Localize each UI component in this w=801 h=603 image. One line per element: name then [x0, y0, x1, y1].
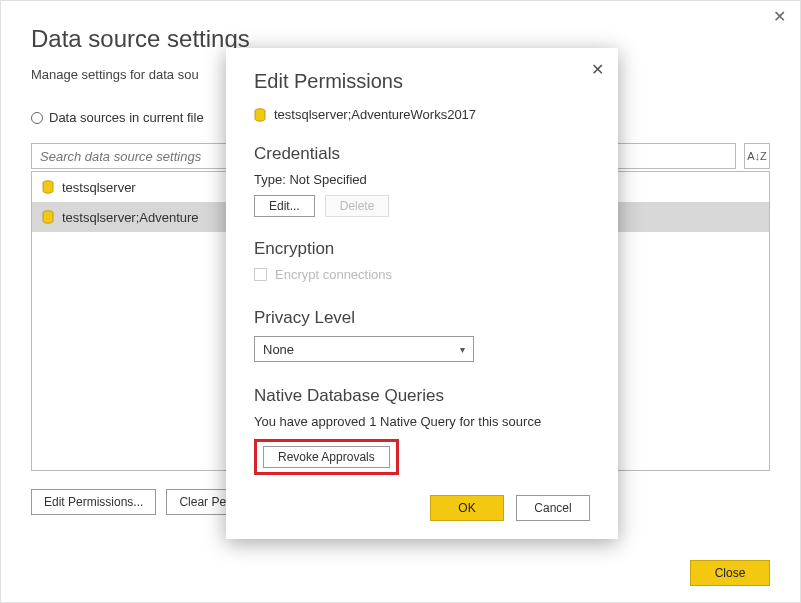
- list-item-label: testsqlserver: [62, 180, 136, 195]
- scope-radio-label: Data sources in current file: [49, 110, 204, 125]
- native-queries-heading: Native Database Queries: [254, 386, 590, 406]
- edit-permissions-button[interactable]: Edit Permissions...: [31, 489, 156, 515]
- credentials-edit-button[interactable]: Edit...: [254, 195, 315, 217]
- native-queries-status: You have approved 1 Native Query for thi…: [254, 414, 590, 429]
- window-close-icon[interactable]: ✕: [773, 7, 786, 26]
- privacy-level-select[interactable]: None ▾: [254, 336, 474, 362]
- revoke-highlight: Revoke Approvals: [254, 439, 399, 475]
- radio-icon: [31, 112, 43, 124]
- encrypt-connections-checkbox: Encrypt connections: [254, 267, 590, 282]
- credentials-heading: Credentials: [254, 144, 590, 164]
- cancel-button[interactable]: Cancel: [516, 495, 590, 521]
- database-icon: [254, 108, 266, 122]
- edit-permissions-dialog: ✕ Edit Permissions testsqlserver;Adventu…: [226, 48, 618, 539]
- list-item-label: testsqlserver;Adventure: [62, 210, 199, 225]
- sort-az-icon: A↓Z: [747, 150, 767, 162]
- encryption-heading: Encryption: [254, 239, 590, 259]
- close-button[interactable]: Close: [690, 560, 770, 586]
- ok-button[interactable]: OK: [430, 495, 504, 521]
- dialog-source-name: testsqlserver;AdventureWorks2017: [274, 107, 476, 122]
- encrypt-connections-label: Encrypt connections: [275, 267, 392, 282]
- revoke-approvals-button[interactable]: Revoke Approvals: [263, 446, 390, 468]
- database-icon: [42, 210, 54, 224]
- checkbox-icon: [254, 268, 267, 281]
- privacy-level-value: None: [263, 342, 294, 357]
- credentials-delete-button: Delete: [325, 195, 390, 217]
- chevron-down-icon: ▾: [460, 344, 465, 355]
- database-icon: [42, 180, 54, 194]
- dialog-title: Edit Permissions: [254, 70, 590, 93]
- credentials-type: Type: Not Specified: [254, 172, 590, 187]
- dialog-source-row: testsqlserver;AdventureWorks2017: [254, 107, 590, 122]
- privacy-heading: Privacy Level: [254, 308, 590, 328]
- dialog-close-icon[interactable]: ✕: [591, 60, 604, 79]
- sort-button[interactable]: A↓Z: [744, 143, 770, 169]
